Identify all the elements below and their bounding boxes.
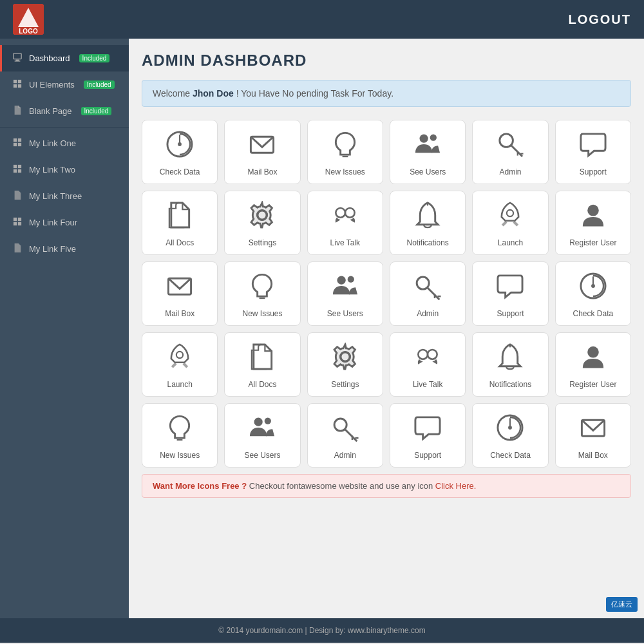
grid2-icon <box>12 217 23 228</box>
icon-label-register-user-2: Register User <box>569 380 616 389</box>
icon-card-admin-1[interactable]: Admin <box>472 120 548 184</box>
icon-card-new-issues-1[interactable]: New Issues <box>307 120 383 184</box>
icon-card-register-user-2[interactable]: Register User <box>555 332 631 397</box>
users-icon <box>331 272 359 304</box>
svg-point-36 <box>336 208 345 218</box>
more-icons-link[interactable]: Click Here. <box>435 481 477 491</box>
icon-label-admin-2: Admin <box>417 309 439 318</box>
svg-point-45 <box>347 276 354 283</box>
icon-card-support-1[interactable]: Support <box>555 120 631 184</box>
icon-card-notifications-2[interactable]: Notifications <box>472 332 548 397</box>
icon-card-new-issues-2[interactable]: New Issues <box>224 261 300 326</box>
sidebar-item-my-link-three[interactable]: My Link Three <box>0 183 129 209</box>
sidebar-item-ui-elements[interactable]: UI ElementsIncluded <box>0 71 129 98</box>
icon-card-live-talk-2[interactable]: Live Talk <box>390 332 466 397</box>
svg-rect-10 <box>14 138 17 142</box>
icon-card-admin-2[interactable]: Admin <box>390 261 466 326</box>
icon-label-settings-2: Settings <box>331 380 359 389</box>
icon-card-settings-2[interactable]: Settings <box>307 332 383 397</box>
icon-label-new-issues-1: New Issues <box>325 167 365 176</box>
svg-point-64 <box>334 419 346 431</box>
icon-card-live-talk-1[interactable]: Live Talk <box>307 191 383 255</box>
sidebar-label-dashboard: Dashboard <box>29 53 70 63</box>
icon-label-see-users-3: See Users <box>244 451 280 460</box>
logo-area: LOGO <box>13 4 44 35</box>
icon-card-admin-3[interactable]: Admin <box>307 403 383 468</box>
icon-label-live-talk-1: Live Talk <box>330 238 360 247</box>
svg-rect-13 <box>18 143 21 146</box>
key-lg-icon <box>413 272 442 304</box>
icon-card-notifications-1[interactable]: Notifications <box>390 191 466 255</box>
sidebar-item-my-link-one[interactable]: My Link One <box>0 130 129 156</box>
icon-card-check-data-3[interactable]: Check Data <box>472 403 548 468</box>
icon-card-mail-box-1[interactable]: Mail Box <box>224 120 300 184</box>
sidebar-label-ui-elements: UI Elements <box>29 80 75 90</box>
icon-label-see-users-1: See Users <box>410 167 446 176</box>
more-icons-desc: Checkout fontawesome website and use any… <box>249 481 435 491</box>
chat-icon <box>496 272 524 304</box>
sidebar-item-dashboard[interactable]: DashboardIncluded <box>0 45 129 71</box>
check-data-icon <box>579 272 607 304</box>
svg-point-59 <box>587 346 599 358</box>
mail-icon <box>579 413 607 446</box>
icon-card-mail-box-2[interactable]: Mail Box <box>142 261 218 326</box>
svg-rect-15 <box>18 165 21 168</box>
sidebar-item-my-link-five[interactable]: My Link Five <box>0 236 129 262</box>
svg-rect-4 <box>15 60 19 61</box>
icon-card-support-3[interactable]: Support <box>390 403 466 468</box>
header: LOGO LOGOUT <box>0 0 644 39</box>
svg-rect-16 <box>14 169 17 173</box>
sidebar-label-my-link-two: My Link Two <box>29 165 75 175</box>
svg-rect-12 <box>14 143 17 146</box>
icon-label-check-data-1: Check Data <box>160 167 200 176</box>
icon-label-new-issues-2: New Issues <box>242 309 282 318</box>
icon-card-settings-1[interactable]: Settings <box>224 191 300 255</box>
icon-card-see-users-1[interactable]: See Users <box>390 120 466 184</box>
icon-card-all-docs-1[interactable]: All Docs <box>142 191 218 255</box>
users-icon <box>248 413 276 446</box>
icon-card-launch-1[interactable]: Launch <box>472 191 548 255</box>
icon-label-all-docs-1: All Docs <box>166 238 194 247</box>
svg-line-47 <box>428 288 439 299</box>
icon-card-see-users-3[interactable]: See Users <box>224 403 300 468</box>
icon-grid-container: Check DataMail BoxNew IssuesSee UsersAdm… <box>142 120 631 468</box>
more-icons-bar: Want More Icons Free ? Checkout fontawes… <box>142 474 631 498</box>
icon-card-check-data-2[interactable]: Check Data <box>555 261 631 326</box>
sidebar-item-my-link-two[interactable]: My Link Two <box>0 156 129 183</box>
main-content: ADMIN DASHBOARD Welcome Jhon Doe ! You H… <box>129 39 644 618</box>
key-icon <box>496 130 524 162</box>
more-icons-text: Want More Icons Free ? <box>153 481 247 491</box>
sidebar-label-my-link-one: My Link One <box>29 138 76 148</box>
mail-icon <box>166 272 194 304</box>
svg-point-29 <box>430 135 437 141</box>
sidebar-item-blank-page[interactable]: Blank PageIncluded <box>0 98 129 124</box>
icon-label-launch-1: Launch <box>498 238 523 247</box>
svg-point-53 <box>176 352 183 358</box>
svg-rect-9 <box>18 84 21 88</box>
icon-row-4: New IssuesSee UsersAdminSupportCheck Dat… <box>142 403 631 468</box>
icon-card-new-issues-3[interactable]: New Issues <box>142 403 218 468</box>
icon-label-admin-3: Admin <box>334 451 356 460</box>
svg-point-44 <box>337 276 345 285</box>
svg-point-46 <box>417 277 429 289</box>
bulb-icon <box>248 272 276 304</box>
icon-card-register-user-1[interactable]: Register User <box>555 191 631 255</box>
icon-card-all-docs-2[interactable]: All Docs <box>224 332 300 397</box>
icon-label-check-data-3: Check Data <box>490 451 531 460</box>
icon-card-see-users-2[interactable]: See Users <box>307 261 383 326</box>
icon-card-launch-2[interactable]: Launch <box>142 332 218 397</box>
svg-point-40 <box>587 205 599 216</box>
icon-label-notifications-1: Notifications <box>406 238 448 247</box>
sidebar-label-my-link-five: My Link Five <box>29 244 76 254</box>
icon-card-support-2[interactable]: Support <box>472 261 548 326</box>
logout-button[interactable]: LOGOUT <box>568 12 631 27</box>
grid2-icon <box>12 138 23 149</box>
sidebar-item-my-link-four[interactable]: My Link Four <box>0 209 129 236</box>
live-talk-icon <box>413 343 442 375</box>
svg-rect-14 <box>14 165 17 168</box>
icon-card-check-data-1[interactable]: Check Data <box>142 120 218 184</box>
sidebar: DashboardIncludedUI ElementsIncludedBlan… <box>0 39 129 618</box>
icon-card-mail-box-3[interactable]: Mail Box <box>555 403 631 468</box>
icon-label-mail-box-2: Mail Box <box>165 309 194 318</box>
welcome-bar: Welcome Jhon Doe ! You Have No pending T… <box>142 80 631 107</box>
